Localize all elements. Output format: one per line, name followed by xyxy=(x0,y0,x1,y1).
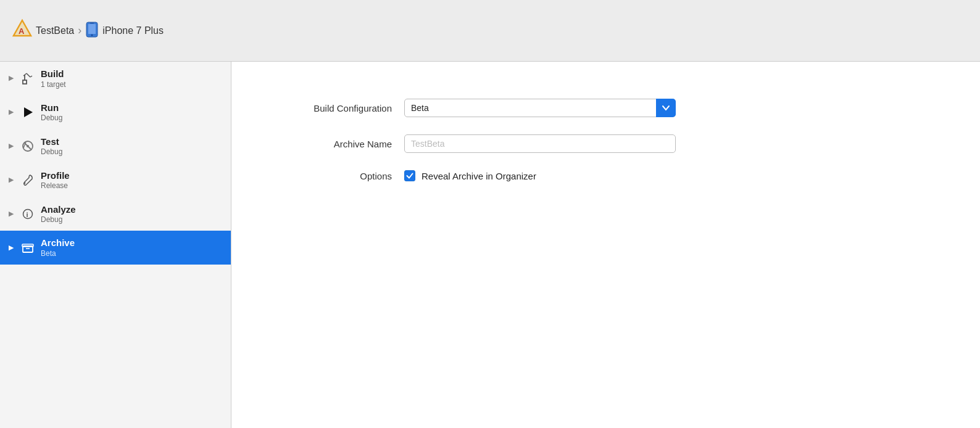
main-layout: ▶ Build 1 target ▶ xyxy=(0,62,980,428)
archive-title: Archive xyxy=(41,237,75,249)
sidebar: ▶ Build 1 target ▶ xyxy=(0,62,231,428)
svg-marker-12 xyxy=(24,107,33,117)
archive-name-input[interactable] xyxy=(404,134,676,153)
sidebar-item-build[interactable]: ▶ Build 1 target xyxy=(0,62,231,96)
svg-text:A: A xyxy=(19,27,25,36)
svg-text:i: i xyxy=(27,210,28,218)
analyze-subtitle: Debug xyxy=(41,215,76,224)
build-item-text: Build 1 target xyxy=(41,68,66,89)
svg-line-17 xyxy=(24,183,25,184)
svg-rect-21 xyxy=(22,244,33,247)
svg-line-10 xyxy=(27,73,30,77)
reveal-archive-row: Reveal Archive in Organizer xyxy=(404,170,536,181)
profile-item-text: Profile Release xyxy=(41,170,70,191)
test-icon xyxy=(21,139,35,153)
test-item-text: Test Debug xyxy=(41,136,62,157)
svg-point-16 xyxy=(27,145,29,147)
test-title: Test xyxy=(41,136,62,148)
expand-arrow-build: ▶ xyxy=(9,74,14,82)
run-title: Run xyxy=(41,102,62,114)
build-configuration-select[interactable]: Beta Debug Release xyxy=(404,99,676,117)
profile-icon xyxy=(21,173,35,187)
run-icon xyxy=(21,105,35,119)
build-icon xyxy=(21,72,35,85)
reveal-archive-checkbox[interactable] xyxy=(404,170,415,181)
svg-rect-7 xyxy=(23,80,27,84)
build-configuration-label: Build Configuration xyxy=(268,103,392,113)
analyze-item-text: Analyze Debug xyxy=(41,204,76,224)
sidebar-item-run[interactable]: ▶ Run Debug xyxy=(0,96,231,130)
svg-line-11 xyxy=(30,76,32,77)
options-control: Reveal Archive in Organizer xyxy=(404,170,536,181)
breadcrumb-separator: › xyxy=(78,24,81,37)
run-item-text: Run Debug xyxy=(41,102,62,123)
build-title: Build xyxy=(41,68,66,80)
breadcrumb: A TestBeta › iPhone 7 Plus xyxy=(12,19,164,43)
build-subtitle: 1 target xyxy=(41,80,66,89)
build-configuration-row: Build Configuration Beta Debug Release xyxy=(268,99,943,117)
expand-arrow-run: ▶ xyxy=(9,108,14,116)
archive-item-text: Archive Beta xyxy=(41,237,75,258)
archive-name-row: Archive Name xyxy=(268,134,943,153)
sidebar-item-archive[interactable]: ▶ Archive Beta xyxy=(0,231,231,265)
expand-arrow-test: ▶ xyxy=(9,142,14,150)
options-row: Options Reveal Archive in Organizer xyxy=(268,170,943,181)
breadcrumb-project: TestBeta xyxy=(36,25,74,36)
top-bar: A TestBeta › iPhone 7 Plus xyxy=(0,0,980,62)
xcode-icon: A xyxy=(12,19,32,43)
analyze-icon: i xyxy=(21,207,35,221)
svg-rect-4 xyxy=(88,24,96,34)
test-subtitle: Debug xyxy=(41,147,62,156)
profile-subtitle: Release xyxy=(41,181,70,190)
archive-subtitle: Beta xyxy=(41,249,75,258)
form-section: Build Configuration Beta Debug Release xyxy=(268,99,943,181)
content-area: Build Configuration Beta Debug Release xyxy=(231,62,980,428)
svg-point-5 xyxy=(91,34,93,36)
build-configuration-select-wrapper: Beta Debug Release xyxy=(404,99,676,117)
build-configuration-control: Beta Debug Release xyxy=(404,99,676,117)
archive-name-label: Archive Name xyxy=(268,139,392,149)
options-label: Options xyxy=(268,171,392,181)
expand-arrow-analyze: ▶ xyxy=(9,210,14,218)
sidebar-item-test[interactable]: ▶ Test Debug xyxy=(0,130,231,163)
expand-arrow-profile: ▶ xyxy=(9,176,14,184)
svg-rect-6 xyxy=(90,23,94,23)
expand-arrow-archive: ▶ xyxy=(9,244,14,252)
analyze-title: Analyze xyxy=(41,204,76,216)
breadcrumb-device: iPhone 7 Plus xyxy=(102,25,164,36)
archive-icon xyxy=(21,241,35,254)
reveal-archive-label: Reveal Archive in Organizer xyxy=(421,171,536,181)
archive-name-control xyxy=(404,134,676,153)
iphone-icon xyxy=(85,22,99,40)
sidebar-item-profile[interactable]: ▶ Profile Release xyxy=(0,163,231,197)
sidebar-item-analyze[interactable]: ▶ i Analyze Debug xyxy=(0,197,231,231)
run-subtitle: Debug xyxy=(41,113,62,122)
profile-title: Profile xyxy=(41,170,70,182)
